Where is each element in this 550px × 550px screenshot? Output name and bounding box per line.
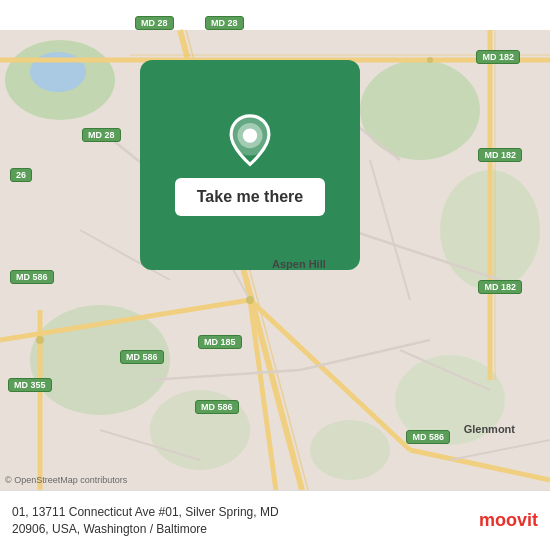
road-badge-md28-left: MD 28: [82, 128, 121, 142]
bottom-info-bar: 01, 13711 Connecticut Ave #01, Silver Sp…: [0, 490, 550, 550]
road-badge-md355: MD 355: [8, 378, 52, 392]
moovit-logo: moovit: [479, 510, 538, 531]
road-badge-md26: 26: [10, 168, 32, 182]
address-text: 01, 13711 Connecticut Ave #01, Silver Sp…: [12, 504, 469, 538]
address-line1: 01, 13711 Connecticut Ave #01, Silver Sp…: [12, 505, 279, 519]
map-container: Take me there MD 28 MD 28 MD 28 MD 182 M…: [0, 0, 550, 550]
svg-point-37: [243, 128, 257, 142]
address-line2: 20906, USA, Washington / Baltimore: [12, 522, 207, 536]
svg-point-8: [310, 420, 390, 480]
svg-point-33: [36, 336, 44, 344]
location-marker-overlay: Take me there: [140, 60, 360, 270]
moovit-brand-text: moovit: [479, 510, 538, 531]
address-block: 01, 13711 Connecticut Ave #01, Silver Sp…: [12, 504, 469, 538]
road-badge-md182-bot: MD 182: [478, 280, 522, 294]
road-badge-md182-top: MD 182: [476, 50, 520, 64]
take-me-there-button[interactable]: Take me there: [175, 178, 325, 216]
road-badge-md28-top: MD 28: [205, 16, 244, 30]
road-badge-md586-left: MD 586: [10, 270, 54, 284]
svg-point-2: [360, 60, 480, 160]
road-badge-md586-bot-left: MD 586: [120, 350, 164, 364]
osm-map-credit: © OpenStreetMap contributors: [5, 475, 127, 485]
svg-point-32: [246, 296, 254, 304]
road-badge-md586-bot-mid: MD 586: [195, 400, 239, 414]
aspen-hill-label: Aspen Hill: [272, 258, 326, 270]
map-pin-icon: [223, 114, 277, 168]
glenmont-label: Glenmont: [464, 423, 515, 435]
svg-point-34: [427, 57, 433, 63]
road-badge-md185: MD 185: [198, 335, 242, 349]
road-badge-md28-top2: MD 28: [135, 16, 174, 30]
road-badge-md586-bot-right: MD 586: [406, 430, 450, 444]
road-badge-md182-mid: MD 182: [478, 148, 522, 162]
